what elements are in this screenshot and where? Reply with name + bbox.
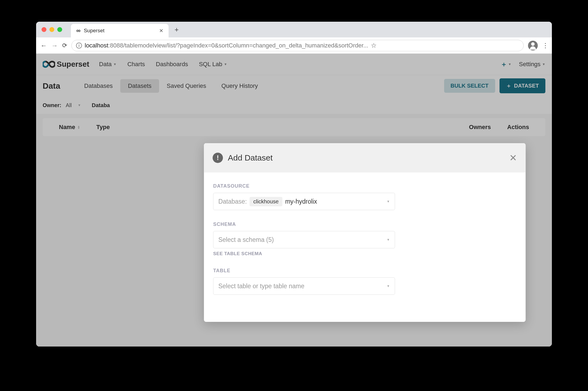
- address-bar: ← → ⟳ i localhost:8088/tablemodelview/li…: [36, 37, 552, 54]
- url-path: :8088/tablemodelview/list/?pageIndex=0&s…: [108, 42, 368, 49]
- table-select[interactable]: Select table or type table name ▼: [213, 277, 395, 295]
- back-button[interactable]: ←: [40, 42, 47, 49]
- window-close[interactable]: [42, 27, 46, 32]
- window-minimize[interactable]: [49, 27, 54, 32]
- browser-menu-icon[interactable]: ⋮: [542, 42, 548, 49]
- forward-button[interactable]: →: [51, 42, 58, 49]
- schema-select[interactable]: Select a schema (5) ▼: [213, 231, 395, 248]
- caret-down-icon: ▼: [387, 238, 390, 242]
- tab-title: Superset: [84, 28, 156, 34]
- add-dataset-modal: ! Add Dataset ✕ DATASOURCE Database: cli…: [204, 143, 526, 322]
- browser-window: ∞ Superset × + ← → ⟳ i localhost:8088/ta…: [36, 22, 552, 347]
- database-name: my-hydrolix: [285, 198, 317, 205]
- browser-chrome: ∞ Superset × + ← → ⟳ i localhost:8088/ta…: [36, 22, 552, 54]
- tab-bar: ∞ Superset × +: [36, 22, 552, 37]
- caret-down-icon: ▼: [387, 284, 390, 288]
- modal-close-button[interactable]: ✕: [509, 152, 517, 163]
- url-input[interactable]: i localhost:8088/tablemodelview/list/?pa…: [71, 40, 524, 51]
- refresh-button[interactable]: ⟳: [62, 42, 67, 49]
- url-text: localhost:8088/tablemodelview/list/?page…: [85, 42, 368, 49]
- datasource-label: DATASOURCE: [213, 183, 516, 189]
- superset-favicon-icon: ∞: [76, 27, 81, 34]
- alert-icon: !: [213, 153, 223, 163]
- schema-label: SCHEMA: [213, 222, 516, 227]
- app-content: Superset Data▼ Charts Dashboards SQL Lab…: [36, 54, 552, 347]
- site-info-icon[interactable]: i: [76, 43, 82, 49]
- tab-close-icon[interactable]: ×: [159, 27, 163, 34]
- url-host: localhost: [85, 42, 108, 49]
- modal-body: DATASOURCE Database: clickhouse my-hydro…: [204, 172, 526, 322]
- database-select[interactable]: Database: clickhouse my-hydrolix ▼: [213, 193, 395, 210]
- profile-avatar-icon[interactable]: [528, 41, 538, 50]
- table-label: TABLE: [213, 268, 516, 274]
- see-table-schema-link[interactable]: SEE TABLE SCHEMA: [213, 251, 516, 257]
- modal-title: Add Dataset: [228, 153, 509, 162]
- browser-tab[interactable]: ∞ Superset ×: [71, 24, 169, 37]
- caret-down-icon: ▼: [387, 200, 390, 203]
- new-tab-button[interactable]: +: [175, 25, 179, 34]
- database-prefix: Database:: [218, 198, 247, 205]
- table-placeholder: Select table or type table name: [218, 283, 304, 290]
- schema-placeholder: Select a schema (5): [218, 236, 274, 243]
- modal-header: ! Add Dataset ✕: [204, 143, 526, 172]
- database-type-tag: clickhouse: [249, 197, 282, 206]
- bookmark-star-icon[interactable]: ☆: [371, 42, 377, 49]
- window-maximize[interactable]: [57, 27, 62, 32]
- traffic-lights: [42, 27, 62, 32]
